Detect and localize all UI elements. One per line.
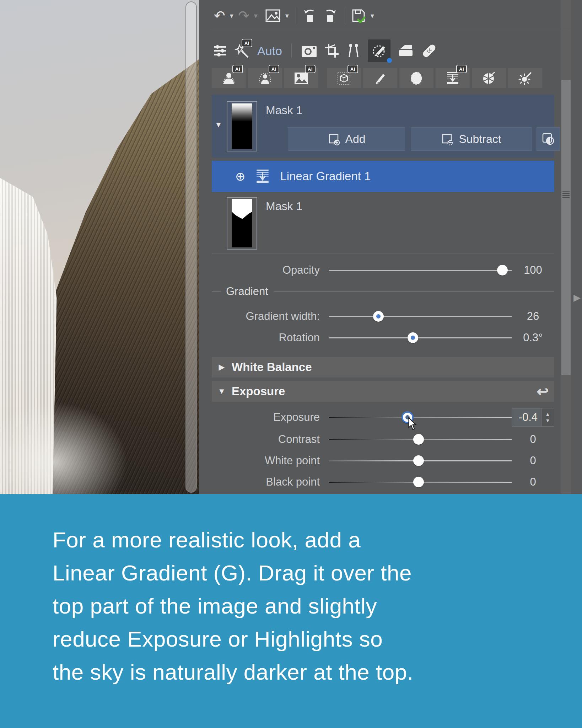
mask-subtract-button[interactable]: Subtract — [411, 127, 532, 151]
black-point-slider[interactable] — [329, 473, 512, 491]
rotation-slider-thumb[interactable] — [408, 332, 418, 343]
history-toolbar: ↶ ▾ ↷ ▾ ▾ — [212, 0, 569, 31]
radial-gradient-tool[interactable] — [472, 68, 506, 88]
layers-icon[interactable] — [398, 44, 414, 58]
mask2-thumbnail[interactable] — [227, 197, 257, 250]
black-point-slider-thumb[interactable] — [413, 477, 424, 487]
image-icon[interactable] — [265, 9, 281, 22]
contrast-value: 0 — [512, 433, 554, 446]
contrast-slider-thumb[interactable] — [413, 434, 424, 445]
camera-raw-icon[interactable] — [301, 44, 317, 58]
subtract-mask-icon — [441, 133, 454, 145]
exposure-slider[interactable] — [329, 409, 512, 426]
healing-bandage-icon[interactable] — [421, 43, 437, 59]
black-point-value: 0 — [512, 476, 554, 488]
app-window: ▶ ↶ ▾ ↷ ▾ — [0, 0, 582, 728]
redo-icon[interactable]: ↷ — [238, 9, 249, 22]
exposure-label: Exposure — [212, 411, 329, 424]
exposure-slider-row: Exposure -0.4 ▲▼ — [212, 409, 554, 426]
mask-collapse-icon[interactable]: ▼ — [215, 120, 222, 129]
quick-adjustments-icon[interactable] — [212, 43, 227, 58]
undo-dropdown-icon[interactable]: ▾ — [230, 11, 233, 20]
scrollbar-handle[interactable] — [561, 80, 571, 375]
panel-collapse-icon[interactable]: ▶ — [573, 292, 581, 303]
gradient-width-slider-row: Gradient width: 26 — [212, 308, 554, 325]
mask2-row[interactable]: Mask 1 — [212, 197, 554, 250]
exposure-section-header[interactable]: ▼ Exposure ↩ — [212, 381, 554, 402]
undo-icon[interactable]: ↶ — [214, 9, 225, 22]
white-point-slider-row: White point 0 — [212, 452, 554, 469]
exposure-value[interactable]: -0.4 — [512, 408, 541, 426]
section-divider — [212, 253, 554, 253]
chevron-down-icon[interactable]: ▼ — [212, 387, 232, 396]
ai-badge: AI — [305, 65, 316, 73]
toolbar-separator — [296, 7, 296, 24]
crop-icon[interactable] — [324, 43, 339, 58]
tool-selected-dot — [387, 58, 392, 63]
select-object-tool[interactable]: AI — [327, 68, 361, 88]
scrollbar-grip-icon — [562, 191, 570, 199]
linear-gradient-layer-icon — [255, 168, 270, 184]
exposure-section-title: Exposure — [232, 385, 285, 398]
mask-invert-button[interactable] — [537, 127, 560, 151]
mask-panel: ▼ Mask 1 Add — [212, 95, 554, 158]
mask-gradient-thumbnail[interactable] — [227, 101, 257, 151]
opacity-slider[interactable] — [329, 262, 512, 279]
ellipse-selection-tool[interactable] — [399, 68, 433, 88]
select-portrait-tool[interactable]: AI — [248, 68, 282, 88]
select-subject-tool[interactable]: AI — [212, 68, 246, 88]
white-point-slider-thumb[interactable] — [413, 455, 424, 466]
add-adjustment-icon[interactable]: ⊕ — [235, 169, 246, 183]
white-balance-section-header[interactable]: ▶ White Balance — [212, 357, 554, 378]
rotate-left-icon[interactable] — [303, 8, 318, 23]
ai-badge: AI — [232, 65, 243, 73]
chevron-right-icon[interactable]: ▶ — [212, 363, 232, 372]
selection-tools-row: AI AI AI — [212, 68, 544, 88]
layer-title: Linear Gradient 1 — [280, 170, 371, 183]
mask2-title: Mask 1 — [266, 200, 302, 213]
mask-add-label: Add — [345, 133, 366, 146]
layer-row-linear-gradient[interactable]: ⊕ Linear Gradient 1 — [212, 161, 554, 192]
black-point-slider-row: Black point 0 — [212, 473, 554, 491]
redo-dropdown-icon[interactable]: ▾ — [254, 11, 258, 20]
tip-banner: For a more realistic look, add a Linear … — [0, 494, 582, 728]
auto-enhance-wand-icon[interactable]: AI — [235, 43, 250, 59]
save-icon[interactable] — [351, 8, 366, 23]
reset-section-icon[interactable]: ↩ — [537, 383, 549, 400]
rotate-right-icon[interactable] — [322, 8, 337, 23]
alignment-pins-icon[interactable] — [346, 43, 361, 58]
contrast-slider[interactable] — [329, 431, 512, 448]
mask-add-button[interactable]: Add — [288, 127, 405, 151]
gradient-width-slider-thumb[interactable] — [373, 311, 384, 322]
rotation-value: 0.3° — [512, 331, 554, 344]
spinner-arrows-icon[interactable]: ▲▼ — [541, 408, 554, 426]
gradient-width-slider[interactable] — [329, 308, 512, 325]
opacity-slider-row: Opacity 100 — [212, 262, 554, 279]
mask-title: Mask 1 — [266, 104, 302, 117]
ai-badge: AI — [242, 39, 252, 47]
black-point-label: Black point — [212, 476, 329, 488]
exposure-spinbox[interactable]: -0.4 ▲▼ — [512, 408, 554, 427]
opacity-value: 100 — [512, 264, 554, 277]
rotation-slider[interactable] — [329, 329, 512, 346]
preview-divider-handle[interactable] — [185, 1, 197, 493]
gradient-group-label: Gradient — [226, 285, 268, 298]
white-balance-title: White Balance — [232, 360, 312, 374]
panel-edge-rail: ▶ — [571, 0, 582, 494]
save-dropdown-icon[interactable]: ▾ — [371, 11, 374, 20]
linear-gradient-tool[interactable]: AI — [436, 68, 470, 88]
selection-brush-tool[interactable] — [363, 68, 397, 88]
tip-banner-text: For a more realistic look, add a Linear … — [53, 523, 413, 689]
opacity-label: Opacity — [212, 264, 329, 277]
image-dropdown-icon[interactable]: ▾ — [285, 11, 289, 20]
filter-brush-tool[interactable] — [508, 68, 542, 88]
auto-button[interactable]: Auto — [257, 44, 282, 58]
select-sky-tool[interactable]: AI — [284, 68, 318, 88]
local-adjustments-tool-selected[interactable] — [368, 39, 390, 62]
ai-badge: AI — [347, 65, 358, 73]
rotation-label: Rotation — [212, 331, 329, 344]
gradient-group: Gradient — [212, 285, 554, 298]
opacity-slider-thumb[interactable] — [497, 265, 508, 275]
white-point-slider[interactable] — [329, 452, 512, 469]
panel-scrollbar[interactable] — [561, 0, 571, 494]
